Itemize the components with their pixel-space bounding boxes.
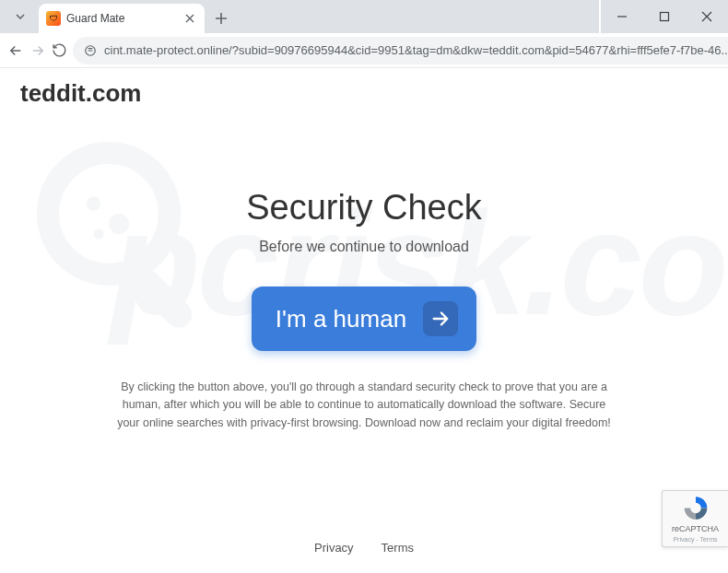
tab-favicon: 🛡 [46,11,61,26]
tab-close-button[interactable] [182,11,197,26]
browser-toolbar: cint.mate-protect.online/?subid=90976695… [0,33,728,68]
human-verify-button[interactable]: I'm a human [252,286,476,351]
page-subtitle: Before we continue to download [106,239,622,255]
recaptcha-title: reCAPTCHA [672,524,719,533]
maximize-button[interactable] [643,0,686,33]
minimize-button[interactable] [601,0,643,33]
new-tab-button[interactable] [208,6,234,31]
page-content: pcrisk.com teddit.com Security Check Bef… [0,68,728,573]
disclaimer-text: By clicking the button above, you'll go … [106,379,622,432]
domain-heading: teddit.com [20,79,141,108]
reload-button[interactable] [52,38,67,64]
svg-point-9 [87,196,100,210]
forward-button[interactable] [29,38,46,64]
footer-links: Privacy Terms [314,541,414,555]
recaptcha-icon [682,495,710,521]
url-text: cint.mate-protect.online/?subid=90976695… [104,43,728,57]
tab-search-button[interactable] [7,4,33,29]
arrow-right-icon [423,301,458,336]
browser-tab[interactable]: 🛡 Guard Mate [39,4,205,33]
site-info-icon[interactable] [84,44,97,57]
svg-rect-0 [661,13,669,21]
terms-link[interactable]: Terms [382,541,414,555]
back-button[interactable] [7,38,24,64]
tab-strip: 🛡 Guard Mate [0,0,599,33]
svg-point-11 [94,229,104,240]
address-bar[interactable]: cint.mate-protect.online/?subid=90976695… [73,37,728,64]
close-window-button[interactable] [686,0,728,33]
recaptcha-legal: Privacy - Terms [673,536,717,543]
tab-title: Guard Mate [66,12,177,25]
page-title: Security Check [106,188,622,228]
recaptcha-badge[interactable]: reCAPTCHA Privacy - Terms [662,490,728,547]
cta-label: I'm a human [276,305,406,333]
privacy-link[interactable]: Privacy [314,541,354,555]
window-controls [601,0,728,33]
main-panel: Security Check Before we continue to dow… [106,188,622,432]
